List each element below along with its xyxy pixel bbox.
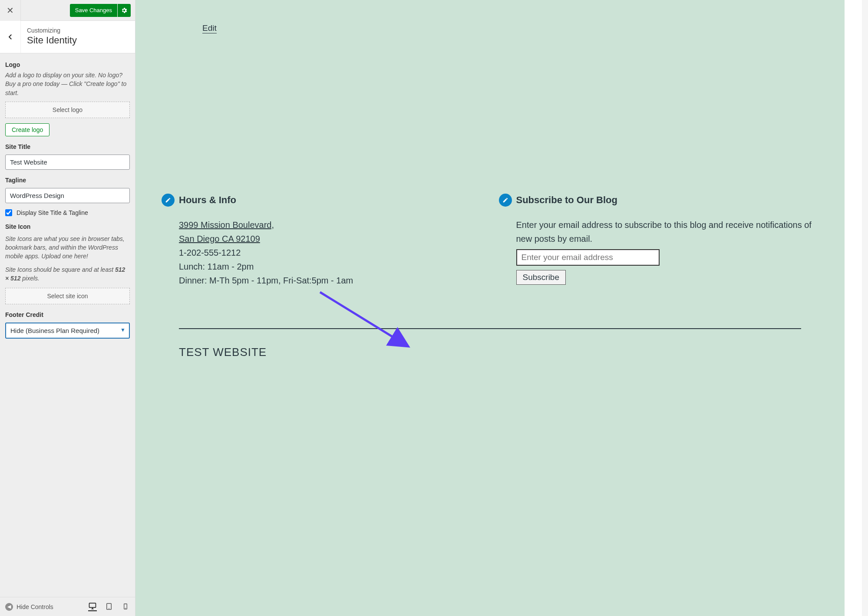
subscribe-email-input[interactable] bbox=[516, 249, 660, 266]
save-settings-button[interactable] bbox=[118, 4, 131, 17]
device-tablet-button[interactable] bbox=[105, 603, 113, 611]
page-title: Site Identity bbox=[27, 35, 77, 46]
site-icon-heading: Site Icon bbox=[5, 223, 130, 230]
pencil-icon bbox=[502, 197, 508, 203]
annotation-arrow bbox=[318, 290, 413, 355]
select-logo-button[interactable]: Select logo bbox=[5, 102, 130, 118]
display-title-tagline-label: Display Site Title & Tagline bbox=[17, 209, 88, 216]
display-title-tagline-checkbox[interactable] bbox=[5, 209, 12, 216]
desktop-icon bbox=[88, 602, 97, 610]
address-line-2: San Diego CA 92109 bbox=[179, 234, 260, 244]
create-logo-button[interactable]: Create logo bbox=[5, 123, 50, 136]
close-icon: ✕ bbox=[7, 5, 14, 16]
site-icon-note-pre: Site Icons should be square and at least bbox=[5, 266, 115, 273]
device-preview-bar: ◀ Hide Controls bbox=[0, 597, 135, 616]
edit-widget-button[interactable] bbox=[499, 194, 512, 207]
footer-credit-select[interactable]: Hide (Business Plan Required) bbox=[5, 323, 130, 339]
site-icon-description: Site Icons are what you see in browser t… bbox=[5, 234, 130, 261]
dinner-hours: Dinner: M-Th 5pm - 11pm, Fri-Sat:5pm - 1… bbox=[179, 276, 353, 285]
hours-widget-body: 3999 Mission Boulevard, San Diego CA 921… bbox=[179, 218, 482, 287]
tagline-label: Tagline bbox=[5, 177, 130, 184]
subscribe-widget-title: Subscribe to Our Blog bbox=[516, 194, 819, 206]
display-title-tagline-row[interactable]: Display Site Title & Tagline bbox=[5, 209, 130, 216]
hours-info-widget: Hours & Info 3999 Mission Boulevard, San… bbox=[162, 194, 482, 287]
device-desktop-button[interactable] bbox=[88, 603, 97, 611]
gear-icon bbox=[121, 7, 128, 14]
hours-widget-title: Hours & Info bbox=[179, 194, 482, 206]
breadcrumb: Customizing bbox=[27, 27, 77, 34]
preview-content: Edit Hours & Info 3999 Mission Boulevard… bbox=[135, 0, 845, 616]
customizer-sidebar: ✕ Save Changes Customizing Site Identity… bbox=[0, 0, 135, 616]
edit-widget-button[interactable] bbox=[162, 194, 175, 207]
subscribe-description: Enter your email address to subscribe to… bbox=[516, 218, 819, 246]
svg-line-7 bbox=[320, 292, 405, 344]
svg-rect-0 bbox=[89, 603, 96, 607]
save-changes-button[interactable]: Save Changes bbox=[70, 4, 117, 17]
subscribe-widget: Subscribe to Our Blog Enter your email a… bbox=[499, 194, 819, 287]
footer-credit-select-wrap: Hide (Business Plan Required) ▼ bbox=[5, 321, 130, 339]
logo-heading: Logo bbox=[5, 61, 130, 68]
logo-description: Add a logo to display on your site. No l… bbox=[5, 71, 130, 97]
address-link[interactable]: 3999 Mission Boulevard, San Diego CA 921… bbox=[179, 220, 274, 244]
sidebar-top-bar: ✕ Save Changes bbox=[0, 0, 135, 21]
lunch-hours: Lunch: 11am - 2pm bbox=[179, 262, 254, 271]
address-line-1: 3999 Mission Boulevard, bbox=[179, 220, 274, 230]
sidebar-header: Customizing Site Identity bbox=[0, 21, 135, 53]
footer-widgets-row: Hours & Info 3999 Mission Boulevard, San… bbox=[162, 194, 818, 287]
device-mobile-button[interactable] bbox=[121, 603, 130, 611]
close-customizer-button[interactable]: ✕ bbox=[0, 0, 21, 21]
preview-scrollbar[interactable] bbox=[845, 0, 862, 616]
subscribe-button[interactable]: Subscribe bbox=[516, 270, 566, 285]
footer-divider bbox=[179, 328, 801, 329]
header-text: Customizing Site Identity bbox=[21, 21, 83, 53]
footer-credit-label: Footer Credit bbox=[5, 311, 130, 318]
back-button[interactable] bbox=[0, 21, 21, 53]
subscribe-widget-body: Enter your email address to subscribe to… bbox=[516, 218, 819, 285]
tagline-input[interactable] bbox=[5, 188, 130, 203]
phone-text: 1-202-555-1212 bbox=[179, 248, 241, 257]
select-site-icon-button[interactable]: Select site icon bbox=[5, 288, 130, 304]
site-icon-note: Site Icons should be square and at least… bbox=[5, 265, 130, 283]
window-scrollbar[interactable] bbox=[862, 0, 868, 616]
hide-controls-button[interactable]: ◀ Hide Controls bbox=[5, 603, 53, 611]
site-preview: Edit Hours & Info 3999 Mission Boulevard… bbox=[135, 0, 862, 616]
mobile-icon bbox=[122, 603, 129, 610]
hide-controls-label: Hide Controls bbox=[17, 603, 53, 610]
site-title-label: Site Title bbox=[5, 143, 130, 150]
tablet-icon bbox=[105, 603, 113, 610]
footer-site-title: TEST WEBSITE bbox=[179, 346, 267, 359]
pencil-icon bbox=[165, 197, 171, 203]
chevron-left-icon bbox=[7, 33, 14, 41]
collapse-left-icon: ◀ bbox=[5, 603, 13, 611]
site-title-input[interactable] bbox=[5, 155, 130, 170]
sidebar-body: Logo Add a logo to display on your site.… bbox=[0, 53, 135, 597]
site-icon-note-post: pixels. bbox=[20, 275, 40, 282]
edit-shortcut-link[interactable]: Edit bbox=[202, 23, 217, 33]
